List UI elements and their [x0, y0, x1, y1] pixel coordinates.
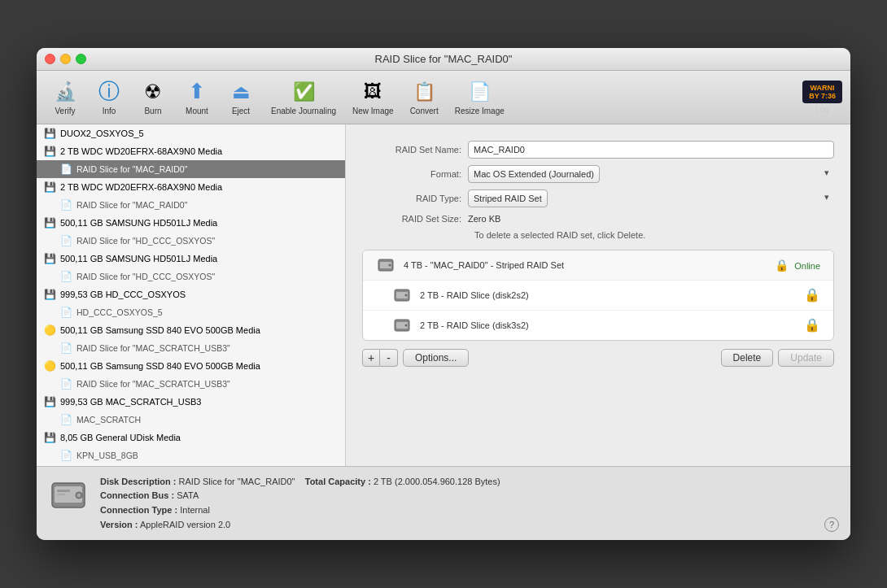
sidebar-item-duox2[interactable]: 💾 DUOX2_OSXYOS_5 [37, 124, 345, 142]
volume-icon: 📄 [59, 413, 72, 426]
mount-icon: ⬆ [184, 79, 210, 105]
sidebar-item-label: RAID Slice for "MAC_RAID0" [76, 200, 187, 210]
sidebar-item-ssd840-2[interactable]: 🟡 500,11 GB Samsung SSD 840 EVO 500GB Me… [37, 357, 345, 375]
version-value: AppleRAID version 2.0 [140, 520, 230, 529]
sidebar-item-label: KPN_USB_8GB [76, 451, 138, 460]
log-button[interactable]: WARNIBY 7:36 Log [802, 81, 842, 114]
raid-set-box: 4 TB - "MAC_RAID0" - Striped RAID Set 🔒 … [362, 250, 834, 341]
sidebar-item-raid-ccc1[interactable]: 📄 RAID Slice for "HD_CCC_OSXYOS" [37, 232, 345, 250]
sidebar-item-raid-ccc2[interactable]: 📄 RAID Slice for "HD_CCC_OSXYOS" [37, 268, 345, 285]
disk-info-text: Disk Description : RAID Slice for "MAC_R… [100, 475, 813, 532]
burn-icon: ☢ [140, 79, 166, 105]
minimize-button[interactable] [60, 54, 71, 64]
connection-bus-label: Connection Bus : [100, 490, 174, 500]
sidebar-item-samsung2[interactable]: 💾 500,11 GB SAMSUNG HD501LJ Media [37, 250, 345, 268]
sidebar-item-label: HD_CCC_OSXYOS_5 [76, 307, 163, 317]
disk-icon: 💾 [43, 145, 56, 158]
new-image-label: New Image [352, 107, 394, 115]
sidebar-item-raid-scratch2[interactable]: 📄 RAID Slice for "MAC_SCRATCH_USB3" [37, 375, 345, 393]
sidebar-item-label: 500,11 GB Samsung SSD 840 EVO 500GB Medi… [60, 361, 260, 371]
main-window: RAID Slice for "MAC_RAID0" 🔬 Verify ⓘ In… [37, 48, 850, 540]
sidebar-item-wd2[interactable]: 💾 2 TB WDC WD20EFRX-68AX9N0 Media [37, 178, 345, 196]
raid-set-size-label: RAID Set Size: [362, 214, 468, 224]
help-button[interactable]: ? [824, 517, 839, 532]
raid-set-name-input[interactable] [468, 141, 834, 159]
sidebar-item-hd999[interactable]: 💾 999,53 GB HD_CCC_OSXYOS [37, 285, 345, 303]
format-select[interactable]: Mac OS Extended (Journaled) [468, 165, 600, 183]
raid-slice-row-2[interactable]: 2 TB - RAID Slice (disk3s2) 🔒 [363, 311, 833, 340]
sidebar-item-label: RAID Slice for "MAC_SCRATCH_USB3" [76, 379, 230, 389]
format-select-wrapper: Mac OS Extended (Journaled) [468, 165, 834, 183]
convert-label: Convert [410, 107, 439, 115]
sidebar-item-mac-scratch-media[interactable]: 💾 999,53 GB MAC_SCRATCH_USB3 [37, 393, 345, 411]
lock-icon-1: 🔒 [804, 287, 820, 303]
raid-type-select-wrapper: Striped RAID Set [468, 189, 834, 207]
convert-button[interactable]: 📋 Convert [404, 76, 445, 119]
capacity-value: 2 TB (2.000.054.960.128 Bytes) [374, 477, 500, 486]
disk-icon: 💾 [43, 395, 56, 408]
slice-icon: 📄 [59, 234, 72, 247]
sidebar-item-general-udisk[interactable]: 💾 8,05 GB General UDisk Media [37, 429, 345, 446]
sidebar-item-raid-scratch1[interactable]: 📄 RAID Slice for "MAC_SCRATCH_USB3" [37, 339, 345, 357]
enable-journaling-icon: ✅ [291, 79, 317, 105]
verify-button[interactable]: 🔬 Verify [45, 76, 85, 119]
close-button[interactable] [45, 54, 55, 64]
sidebar-item-label: MAC_SCRATCH [76, 415, 141, 425]
enable-journaling-button[interactable]: ✅ Enable Journaling [264, 76, 343, 119]
sidebar-item-mac-scratch[interactable]: 📄 MAC_SCRATCH [37, 411, 345, 429]
raid-entry-header[interactable]: 4 TB - "MAC_RAID0" - Striped RAID Set 🔒 … [363, 250, 833, 281]
sidebar-item-kpn-usb[interactable]: 📄 KPN_USB_8GB [37, 446, 345, 464]
raid-type-select[interactable]: Striped RAID Set [468, 189, 548, 207]
add-remove-buttons: + - [362, 349, 398, 367]
enable-journaling-label: Enable Journaling [271, 107, 336, 115]
svg-rect-14 [57, 494, 65, 495]
svg-point-8 [405, 324, 408, 326]
options-button[interactable]: Options... [403, 349, 469, 367]
sidebar-item-samsung1[interactable]: 💾 500,11 GB SAMSUNG HD501LJ Media [37, 214, 345, 232]
disk-icon: 💾 [43, 127, 56, 140]
sidebar-item-wd1[interactable]: 💾 2 TB WDC WD20EFRX-68AX9N0 Media [37, 142, 345, 160]
raid-slice-label-1: 2 TB - RAID Slice (disk2s2) [420, 290, 804, 300]
fullscreen-button[interactable] [76, 54, 86, 64]
new-image-button[interactable]: 🖼 New Image [346, 76, 400, 119]
eject-icon: ⏏ [228, 79, 254, 105]
update-button[interactable]: Update [778, 349, 834, 367]
burn-button[interactable]: ☢ Burn [133, 76, 173, 119]
log-label: Log [815, 105, 829, 114]
info-label: Info [103, 107, 116, 115]
sidebar-item-raid-slice[interactable]: 📄 RAID Slice for "MAC_RAID0" [37, 160, 345, 178]
sidebar-item-hd-ccc[interactable]: 📄 HD_CCC_OSXYOS_5 [37, 303, 345, 321]
mount-button[interactable]: ⬆ Mount [177, 76, 217, 119]
remove-raid-slice-button[interactable]: - [380, 349, 398, 367]
raid-slice-row-1[interactable]: 2 TB - RAID Slice (disk2s2) 🔒 [363, 281, 833, 311]
sidebar-item-raid-slice2[interactable]: 📄 RAID Slice for "MAC_RAID0" [37, 196, 345, 214]
raid-disk-icon [376, 257, 395, 273]
delete-button[interactable]: Delete [721, 349, 774, 367]
disk-icon: 💾 [43, 252, 56, 265]
eject-button[interactable]: ⏏ Eject [221, 76, 261, 119]
resize-image-icon: 📄 [466, 79, 492, 105]
raid-entry-label: 4 TB - "MAC_RAID0" - Striped RAID Set [404, 260, 775, 270]
add-raid-slice-button[interactable]: + [362, 349, 380, 367]
sidebar-item-label: RAID Slice for "MAC_SCRATCH_USB3" [76, 343, 230, 353]
volume-icon: 📄 [59, 306, 72, 319]
sidebar-item-label: RAID Slice for "HD_CCC_OSXYOS" [76, 236, 215, 246]
traffic-lights [45, 54, 86, 64]
connection-type-value: Internal [180, 505, 210, 515]
sidebar-item-label: 500,11 GB SAMSUNG HD501LJ Media [60, 254, 217, 264]
description-value: RAID Slice for "MAC_RAID0" [179, 477, 295, 486]
slice-icon: 📄 [59, 342, 72, 355]
sidebar-item-label: 2 TB WDC WD20EFRX-68AX9N0 Media [60, 182, 222, 192]
disk-icon: 💾 [43, 288, 56, 301]
raid-slice-icon [392, 317, 412, 333]
ssd-icon: 🟡 [43, 324, 56, 337]
eject-label: Eject [232, 107, 250, 115]
sidebar-item-label: DUOX2_OSXYOS_5 [60, 128, 144, 138]
resize-image-button[interactable]: 📄 Resize Image [448, 76, 511, 119]
sidebar-item-label: 8,05 GB General UDisk Media [60, 433, 181, 442]
log-badge: WARNIBY 7:36 [802, 81, 842, 103]
window-title: RAID Slice for "MAC_RAID0" [375, 53, 513, 65]
info-button[interactable]: ⓘ Info [89, 76, 129, 119]
raid-set-name-row: RAID Set Name: [362, 141, 834, 159]
sidebar-item-ssd840-1[interactable]: 🟡 500,11 GB Samsung SSD 840 EVO 500GB Me… [37, 321, 345, 339]
